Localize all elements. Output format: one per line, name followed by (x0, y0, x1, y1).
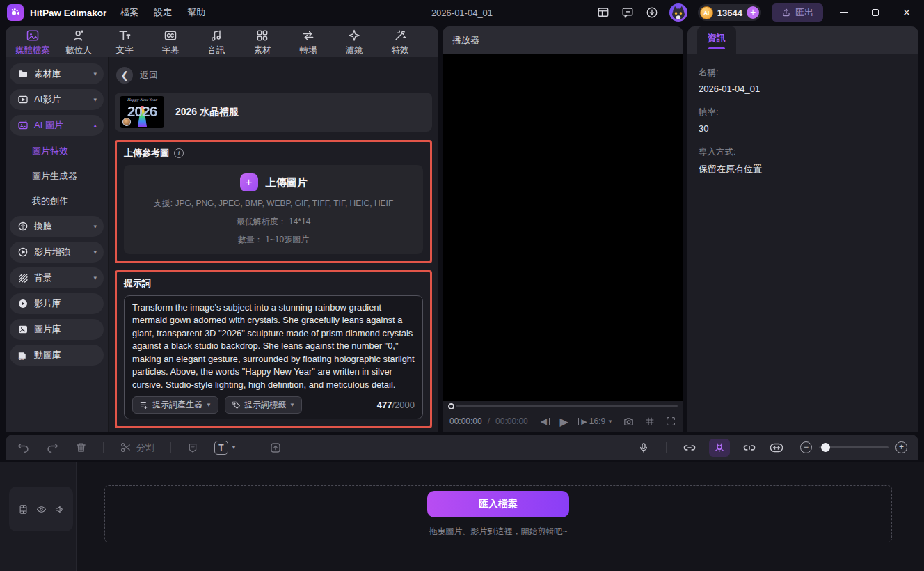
cc-icon (164, 28, 177, 43)
sidebar-item-ai-video[interactable]: AI影片 ▾ (10, 89, 104, 110)
sidebar-label: 素材庫 (34, 68, 61, 80)
text-style-button[interactable]: T▼ (214, 441, 237, 455)
upload-plus-button[interactable]: + (240, 173, 258, 191)
template-card[interactable]: Happy New Year 2026 2026 水晶禮服 (115, 93, 432, 132)
template-title: 2026 水晶禮服 (175, 106, 239, 118)
tab-info[interactable]: 資訊 (697, 26, 736, 54)
minimize-button[interactable] (834, 3, 854, 22)
image-quantity: 數量： 1~10張圖片 (238, 234, 309, 246)
add-coins-icon[interactable]: + (747, 6, 759, 19)
track-header (9, 487, 73, 531)
sidebar-item-background[interactable]: 背景 ▾ (10, 267, 104, 288)
sidebar-item-image-library[interactable]: 圖片庫 (10, 319, 104, 340)
microphone-icon[interactable] (638, 442, 649, 453)
layout-panels-icon[interactable] (596, 6, 610, 19)
play-button[interactable]: ▶ (559, 415, 568, 428)
aspect-ratio-button[interactable]: ▶16:9▼ (578, 416, 613, 426)
tab-stickers[interactable]: 素材 (239, 28, 285, 56)
progress-track[interactable] (456, 405, 678, 407)
media-panel: 媒體檔案 數位人 文字 字幕 音訊 素材 轉場 濾鏡 (6, 26, 438, 432)
prompt-tags-button[interactable]: 提示詞標籤 ▼ (225, 396, 302, 414)
sidebar-subitem-image-generator[interactable]: 圖片生成器 (10, 166, 104, 187)
media-drop-zone[interactable]: 匯入檔案 拖曳圖片、影片到這裡，開始剪輯吧~ (104, 485, 892, 542)
sidebar-item-video-enhance[interactable]: 影片增強 ▾ (10, 242, 104, 263)
user-avatar[interactable] (669, 3, 687, 22)
back-button[interactable]: ❮ (116, 67, 133, 84)
fit-timeline-icon[interactable] (769, 441, 784, 454)
unlink-icon[interactable] (742, 441, 756, 455)
sidebar-item-gif-library[interactable]: GIF 動圖庫 (10, 345, 104, 366)
back-label: 返回 (140, 69, 158, 81)
previous-frame-button[interactable]: ◀ (541, 416, 550, 426)
link-icon[interactable] (683, 441, 696, 455)
coin-balance: 13644 (717, 8, 742, 18)
tab-label: 音訊 (208, 45, 225, 56)
snapshot-icon[interactable] (623, 416, 635, 428)
prompt-text[interactable]: Transform the image's subject into a stu… (132, 302, 415, 391)
undo-icon[interactable] (17, 441, 30, 454)
sidebar-label: 動圖庫 (34, 349, 61, 361)
zoom-slider-knob[interactable] (821, 443, 830, 452)
prompt-input[interactable]: Transform the image's subject into a stu… (124, 295, 423, 419)
track-header-column (0, 462, 77, 571)
prompt-section: 提示詞 Transform the image's subject into a… (115, 270, 432, 428)
grid-icon[interactable] (644, 416, 655, 427)
sidebar-item-video-library[interactable]: 影片庫 (10, 293, 104, 314)
tab-digital-human[interactable]: 數位人 (56, 28, 102, 56)
tab-label: 字幕 (162, 45, 180, 56)
track-audio-icon[interactable] (54, 504, 65, 515)
tab-subtitles[interactable]: 字幕 (148, 28, 193, 56)
sidebar-item-face-swap[interactable]: 換臉 ▾ (10, 216, 104, 237)
tab-effects[interactable]: 特效 (377, 28, 423, 56)
tab-filters[interactable]: 濾鏡 (331, 28, 377, 56)
import-file-button[interactable]: 匯入檔案 (427, 491, 569, 517)
info-icon[interactable]: i (174, 148, 184, 158)
app-logo-icon (7, 4, 24, 21)
playhead-handle[interactable] (448, 403, 454, 409)
transition-arrows-icon (301, 28, 315, 43)
fullscreen-icon[interactable] (665, 416, 676, 427)
tab-media-files[interactable]: 媒體檔案 (10, 28, 56, 56)
menu-settings[interactable]: 設定 (154, 6, 172, 19)
tab-text[interactable]: 文字 (102, 28, 148, 56)
prompt-generator-button[interactable]: 提示詞產生器 ▼ (132, 396, 218, 414)
track-visibility-icon[interactable] (36, 504, 47, 515)
export-button[interactable]: 匯出 (772, 3, 823, 22)
elements-grid-icon (255, 28, 269, 43)
magnet-snap-button[interactable] (709, 439, 730, 457)
video-viewport[interactable] (443, 54, 683, 401)
music-note-icon (209, 28, 223, 43)
timeline-zoom-slider[interactable] (819, 446, 889, 448)
redo-icon[interactable] (46, 441, 59, 454)
menu-file[interactable]: 檔案 (120, 6, 138, 19)
zoom-in-button[interactable]: + (895, 441, 907, 453)
sidebar-item-ai-image[interactable]: AI 圖片 ▴ (10, 115, 104, 136)
upload-dropzone[interactable]: + 上傳圖片 支援: JPG, PNG, JPEG, BMP, WEBP, GI… (124, 165, 423, 254)
cover-upload-icon[interactable] (269, 441, 282, 454)
download-icon[interactable] (645, 6, 659, 19)
close-button[interactable]: × (896, 3, 917, 22)
feedback-icon[interactable] (621, 6, 635, 19)
drop-hint-text: 拖曳圖片、影片到這裡，開始剪輯吧~ (429, 526, 567, 538)
sidebar-subitem-image-effects[interactable]: 圖片特效 (10, 141, 104, 162)
sparkle-icon (347, 28, 361, 43)
delete-icon[interactable] (75, 441, 87, 453)
split-button[interactable]: 分割 (120, 441, 154, 454)
ai-coin-icon: AI (700, 6, 713, 19)
tab-audio[interactable]: 音訊 (193, 28, 239, 56)
badge-icon[interactable] (187, 442, 198, 453)
ai-image-content: ❮ 返回 Happy New Year 2026 2026 水晶禮服 上傳參考圖… (109, 57, 438, 432)
tab-transitions[interactable]: 轉場 (285, 28, 331, 56)
coin-balance-pill[interactable]: AI 13644 + (698, 4, 761, 21)
sidebar-subitem-my-creations[interactable]: 我的創作 (10, 191, 104, 212)
info-field-framerate: 幀率: 30 (699, 107, 907, 134)
zoom-out-button[interactable]: − (800, 441, 812, 453)
menu-help[interactable]: 幫助 (187, 6, 205, 19)
folder-icon (17, 68, 29, 80)
sidebar-label: AI 圖片 (34, 119, 63, 132)
chevron-down-icon: ▾ (93, 274, 97, 281)
thumbnail-inset-photo (122, 118, 131, 126)
sidebar-item-material-library[interactable]: 素材庫 ▾ (10, 63, 104, 84)
field-label: 導入方式: (699, 146, 907, 158)
maximize-button[interactable] (865, 3, 886, 22)
